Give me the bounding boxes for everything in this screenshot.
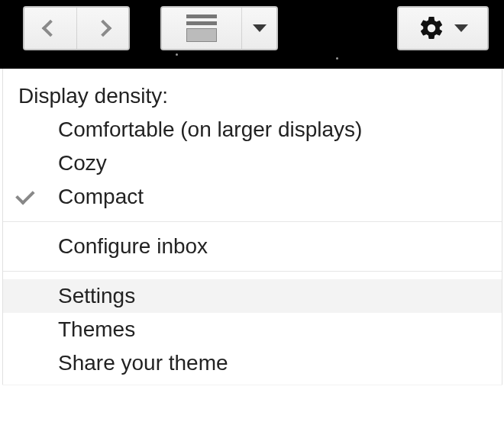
settings-dropdown-menu: Display density: Comfortable (on larger … <box>2 69 502 385</box>
caret-down-icon <box>253 24 267 32</box>
split-pane-button-group <box>160 6 278 50</box>
menu-item-themes[interactable]: Themes <box>3 313 502 346</box>
chevron-left-icon <box>42 20 60 37</box>
menu-item-label: Cozy <box>58 151 107 175</box>
checkmark-icon <box>15 185 34 204</box>
settings-gear-button[interactable] <box>399 8 487 49</box>
density-option-comfortable[interactable]: Comfortable (on larger displays) <box>3 113 502 146</box>
back-button[interactable] <box>24 8 76 49</box>
menu-item-label: Configure inbox <box>58 234 208 259</box>
split-pane-icon <box>186 14 217 42</box>
menu-item-label: Settings <box>58 284 135 308</box>
menu-item-label: Themes <box>58 317 135 342</box>
menu-item-settings[interactable]: Settings <box>3 279 502 313</box>
density-option-cozy[interactable]: Cozy <box>3 146 502 180</box>
menu-divider <box>3 271 502 272</box>
split-pane-dropdown-button[interactable] <box>241 8 276 49</box>
nav-button-group <box>23 6 130 50</box>
gear-icon <box>418 14 445 42</box>
forward-button[interactable] <box>76 8 128 49</box>
density-option-compact[interactable]: Compact <box>3 180 502 214</box>
menu-item-configure-inbox[interactable]: Configure inbox <box>3 230 502 263</box>
check-column <box>18 192 58 202</box>
density-section-header: Display density: <box>3 82 502 113</box>
menu-item-label: Compact <box>58 185 144 209</box>
toolbar <box>23 6 489 53</box>
menu-divider <box>3 221 502 222</box>
menu-item-label: Share your theme <box>58 351 228 375</box>
menu-item-share-theme[interactable]: Share your theme <box>3 346 502 380</box>
chevron-right-icon <box>94 20 111 37</box>
settings-button-group <box>397 6 489 50</box>
caret-down-icon <box>454 24 468 32</box>
menu-item-label: Comfortable (on larger displays) <box>58 118 362 142</box>
split-pane-button[interactable] <box>162 8 241 49</box>
